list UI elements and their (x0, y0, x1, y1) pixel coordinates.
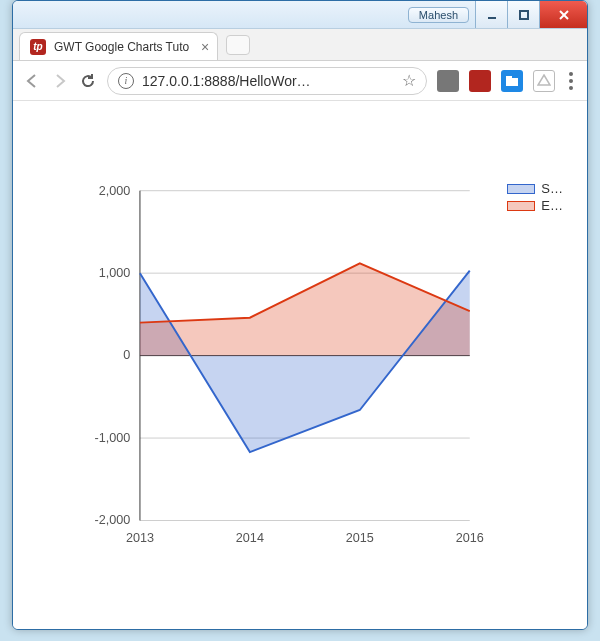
extension-icon[interactable] (533, 70, 555, 92)
bookmark-star-icon[interactable]: ☆ (402, 71, 416, 90)
legend-label: E… (541, 198, 563, 213)
new-tab-button[interactable] (226, 35, 250, 55)
forward-button[interactable] (51, 73, 69, 89)
dot-icon (569, 79, 573, 83)
svg-rect-5 (506, 76, 512, 79)
page-content: S… E… 2,0001,0000-1,000-2,00020132014201… (13, 101, 587, 629)
tab-close-icon[interactable]: × (201, 40, 209, 54)
minimize-button[interactable] (475, 1, 507, 28)
tab-title: GWT Google Charts Tuto (54, 40, 189, 54)
extension-icon[interactable] (469, 70, 491, 92)
y-tick-label: -2,000 (94, 513, 130, 527)
chart-legend: S… E… (507, 181, 563, 215)
legend-item[interactable]: S… (507, 181, 563, 196)
minimize-icon (486, 9, 498, 21)
extension-icon[interactable] (501, 70, 523, 92)
user-pill[interactable]: Mahesh (408, 7, 469, 23)
reload-button[interactable] (79, 73, 97, 89)
y-tick-label: 1,000 (99, 266, 131, 280)
folder-icon (505, 75, 519, 87)
maximize-button[interactable] (507, 1, 539, 28)
x-tick-label: 2015 (346, 531, 374, 545)
y-tick-label: -1,000 (94, 431, 130, 445)
legend-label: S… (541, 181, 563, 196)
dot-icon (569, 86, 573, 90)
x-tick-label: 2016 (456, 531, 484, 545)
svg-rect-4 (506, 78, 518, 86)
close-icon (557, 8, 571, 22)
arrow-right-icon (52, 73, 68, 89)
drive-icon (537, 74, 551, 88)
chart-plot: 2,0001,0000-1,000-2,0002013201420152016 (94, 184, 483, 545)
reload-icon (80, 73, 96, 89)
menu-button[interactable] (565, 72, 577, 90)
x-tick-label: 2013 (126, 531, 154, 545)
back-button[interactable] (23, 73, 41, 89)
favicon-icon: tp (30, 39, 46, 55)
site-info-icon[interactable]: i (118, 73, 134, 89)
url-text: 127.0.0.1:8888/HelloWor… (142, 73, 394, 89)
legend-item[interactable]: E… (507, 198, 563, 213)
legend-swatch-icon (507, 201, 535, 211)
arrow-left-icon (24, 73, 40, 89)
legend-swatch-icon (507, 184, 535, 194)
tab-strip: tp GWT Google Charts Tuto × (13, 29, 587, 61)
x-tick-label: 2014 (236, 531, 264, 545)
series-area (140, 263, 470, 355)
extension-icon[interactable] (437, 70, 459, 92)
y-tick-label: 0 (123, 348, 130, 362)
maximize-icon (518, 9, 530, 21)
y-tick-label: 2,000 (99, 184, 131, 198)
chart-svg: 2,0001,0000-1,000-2,0002013201420152016 (43, 181, 557, 569)
browser-window: Mahesh tp GWT Google Charts Tuto × (12, 0, 588, 630)
address-bar[interactable]: i 127.0.0.1:8888/HelloWor… ☆ (107, 67, 427, 95)
dot-icon (569, 72, 573, 76)
window-titlebar: Mahesh (13, 1, 587, 29)
toolbar: i 127.0.0.1:8888/HelloWor… ☆ (13, 61, 587, 101)
close-window-button[interactable] (539, 1, 587, 28)
chart: S… E… 2,0001,0000-1,000-2,00020132014201… (43, 181, 557, 569)
browser-tab[interactable]: tp GWT Google Charts Tuto × (19, 32, 218, 60)
svg-rect-1 (520, 11, 528, 19)
